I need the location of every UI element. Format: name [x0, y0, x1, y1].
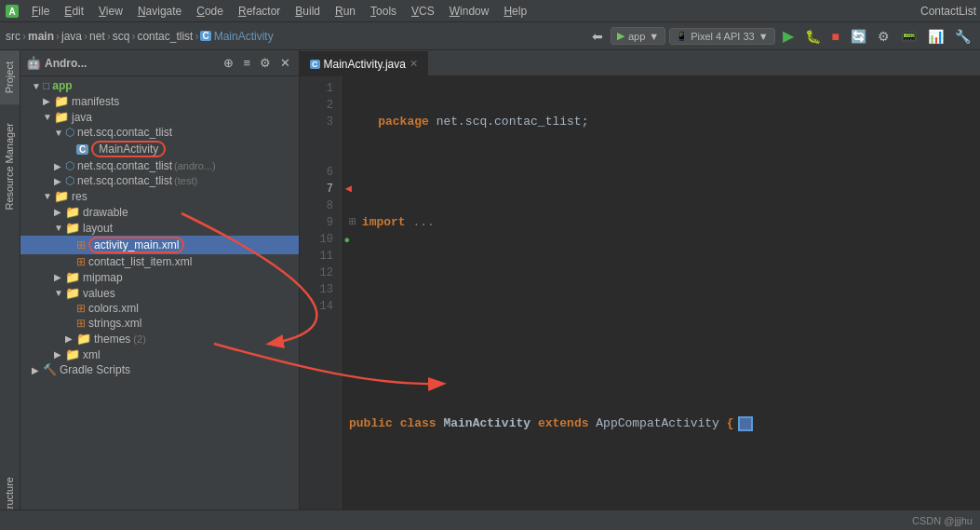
line-num-9: 9 [300, 214, 333, 231]
tree-gradle[interactable]: ▶ 🔨 Gradle Scripts [20, 362, 299, 377]
breadcrumb-class[interactable]: C MainActivity [200, 30, 273, 43]
tree-package-test-label: net.scq.contac_tlist [77, 174, 172, 187]
menu-edit[interactable]: Edit [57, 3, 91, 20]
code-line-4 [349, 265, 973, 281]
tree-activity-main-label: activity_main.xml [88, 237, 184, 253]
run-button[interactable]: ▶ [779, 25, 798, 47]
tree-java[interactable]: ▼ 📁 java [20, 109, 299, 125]
breadcrumb-src[interactable]: src [6, 30, 20, 43]
menu-view[interactable]: View [91, 3, 130, 20]
tree-colors[interactable]: ⊞ colors.xml [20, 301, 299, 316]
tree-colors-label: colors.xml [88, 302, 139, 315]
menu-navigate[interactable]: Navigate [130, 3, 189, 20]
tab-close-btn[interactable]: ✕ [409, 58, 418, 70]
breadcrumb-scq[interactable]: scq [113, 30, 130, 43]
panel-scope-btn[interactable]: ≡ [240, 55, 253, 71]
panel-gear-btn[interactable]: ⚙ [257, 55, 274, 71]
sdk-manager-btn[interactable]: ⚙ [874, 27, 893, 46]
code-line-8 [349, 466, 973, 482]
editor-tab-label: MainActivity.java [324, 58, 406, 71]
tree-package-main[interactable]: ▼ ⬡ net.scq.contac_tlist [20, 125, 299, 140]
tree-res-label: res [72, 190, 87, 203]
menu-vcs[interactable]: VCS [404, 3, 442, 20]
breadcrumb-main[interactable]: main [28, 30, 54, 43]
breadcrumb-package[interactable]: contac_tlist [137, 30, 193, 43]
status-bar: CSDN @jjjhu [0, 510, 980, 530]
app-config-select[interactable]: ▶ app ▼ [611, 27, 665, 45]
line-num-3: 3 [300, 114, 333, 130]
tree-strings[interactable]: ⊞ strings.xml [20, 316, 299, 331]
tree-themes[interactable]: ▶ 📁 themes (2) [20, 331, 299, 347]
tree-drawable[interactable]: ▶ 📁 drawable [20, 204, 299, 220]
menu-file[interactable]: File [24, 3, 57, 20]
menu-window[interactable]: Window [442, 3, 497, 20]
menu-bar: A File Edit View Navigate Code Refactor … [0, 0, 980, 22]
menu-tools[interactable]: Tools [363, 3, 404, 20]
code-line-5 [349, 315, 973, 332]
stop-button[interactable]: ■ [828, 27, 843, 46]
tree-strings-label: strings.xml [88, 317, 141, 330]
code-line-3: ⊞import ... [349, 214, 973, 231]
settings-btn[interactable]: 🔧 [951, 27, 974, 46]
tree-xml[interactable]: ▶ 📁 xml [20, 347, 299, 362]
breadcrumb-classname: MainActivity [214, 30, 274, 43]
left-sidebar-tabs: Project Resource Manager Structure [0, 50, 20, 530]
menu-run[interactable]: Run [328, 3, 363, 20]
tree-manifests-label: manifests [72, 95, 119, 108]
code-line-6 [349, 365, 973, 382]
tree-package-android[interactable]: ▶ ⬡ net.scq.contac_tlist (andro...) [20, 158, 299, 173]
device-select[interactable]: 📱 Pixel 4 API 33 ▼ [669, 28, 774, 45]
tab-file-icon: C [310, 60, 320, 69]
tree-res[interactable]: ▼ 📁 res [20, 188, 299, 204]
code-area: 1 2 3 4 5 6 7 ◀ 8 9 10 ● 11 12 13 [300, 76, 980, 530]
tree-package-test[interactable]: ▶ ⬡ net.scq.contac_tlist (test) [20, 173, 299, 188]
tree-app[interactable]: ▼ □ app [20, 78, 299, 93]
editor-tab-mainactivity[interactable]: C MainActivity.java ✕ [300, 51, 428, 75]
breadcrumb: src › main › java › net › scq › contac_t… [6, 30, 274, 43]
line-numbers: 1 2 3 4 5 6 7 ◀ 8 9 10 ● 11 12 13 [300, 76, 342, 530]
menu-build[interactable]: Build [288, 3, 328, 20]
tree-themes-label: themes [94, 333, 130, 346]
sync-button[interactable]: 🔄 [847, 27, 870, 46]
android-icon: 🤖 [26, 56, 41, 70]
line-num-14: 14 [300, 298, 333, 315]
menu-code[interactable]: Code [189, 3, 231, 20]
tree-mainactivity[interactable]: C MainActivity [20, 140, 299, 158]
profiler-btn[interactable]: 📊 [924, 27, 947, 46]
line-num-13: 13 [300, 281, 333, 298]
code-content[interactable]: package net.scq.contac_tlist; ⊞import ..… [342, 76, 980, 530]
debug-button[interactable]: 🐛 [801, 27, 825, 46]
tree-manifests[interactable]: ▶ 📁 manifests [20, 93, 299, 109]
tree-values[interactable]: ▼ 📁 values [20, 285, 299, 301]
breadcrumb-java[interactable]: java [61, 30, 82, 43]
status-attribution: CSDN @jjjhu [912, 515, 973, 526]
line-num-8: 8 [300, 197, 333, 214]
editor-tab-bar: C MainActivity.java ✕ [300, 50, 980, 76]
line-num-6: 6 [300, 164, 333, 181]
breadcrumb-net[interactable]: net [89, 30, 105, 43]
menu-refactor[interactable]: Refactor [231, 3, 288, 20]
resource-manager-tab[interactable]: Resource Manager [0, 112, 20, 222]
file-tree: ▼ □ app ▶ 📁 manifests ▼ 📁 java [20, 76, 299, 530]
device-select-label: Pixel 4 API 33 [691, 31, 755, 42]
main-layout: Project Resource Manager Structure 🤖 And… [0, 50, 980, 530]
menu-help[interactable]: Help [496, 3, 534, 20]
tree-contact-list-item[interactable]: ⊞ contact_list_item.xml [20, 254, 299, 269]
tree-activity-main[interactable]: ⊞ activity_main.xml [20, 236, 299, 254]
line-num-7: 7 ◀ [300, 181, 333, 197]
panel-close-btn[interactable]: ✕ [277, 55, 293, 71]
project-tab[interactable]: Project [0, 50, 20, 104]
project-panel: 🤖 Andro... ⊕ ≡ ⚙ ✕ ▼ □ app ▶ 📁 manifes [20, 50, 300, 530]
app-select-label: app [628, 31, 645, 42]
tree-mipmap[interactable]: ▶ 📁 mipmap [20, 269, 299, 285]
tree-app-label: app [52, 79, 72, 92]
tree-layout[interactable]: ▼ 📁 layout [20, 220, 299, 236]
tree-mipmap-label: mipmap [83, 271, 123, 284]
panel-add-btn[interactable]: ⊕ [221, 55, 236, 71]
back-btn[interactable]: ⬅ [588, 27, 607, 46]
panel-title: Andro... [45, 57, 217, 70]
avd-manager-btn[interactable]: 📟 [897, 27, 920, 46]
toolbar: src › main › java › net › scq › contac_t… [0, 22, 980, 50]
tree-themes-count: (2) [133, 333, 145, 345]
code-line-2 [349, 164, 973, 181]
